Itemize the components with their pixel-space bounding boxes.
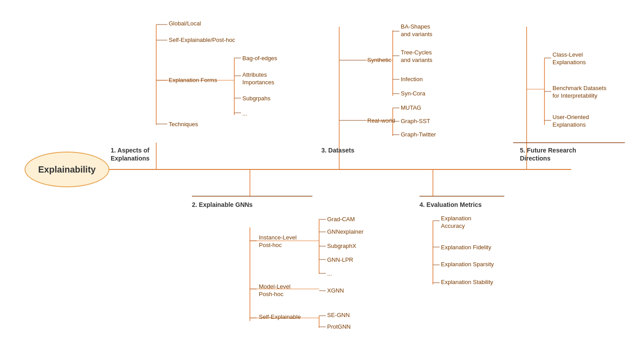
s4-explanation-sparsity: Explanation Sparsity: [441, 261, 494, 268]
s3-graph-sst: Graph-SST: [401, 118, 430, 125]
s3-tree-cycles: Tree-Cyclesand variants: [401, 49, 432, 64]
central-node: Explainability: [25, 152, 109, 187]
s1-subgrpahs: Subgrpahs: [242, 95, 270, 103]
s2-gnn-lpr: GNN-LPR: [327, 256, 353, 264]
s3-infection: Infection: [401, 76, 423, 83]
section2-title: 2. Explainable GNNs: [192, 201, 253, 209]
s1-global-local: Global/Local: [169, 20, 201, 28]
s1-explanation-forms: Explanation Forms: [169, 77, 217, 84]
s2-grad-cam: Grad-CAM: [327, 216, 355, 223]
s1-techniques: Techniques: [169, 121, 198, 128]
s2-protgnn: ProtGNN: [327, 323, 351, 331]
s2-instance-level: Instance-LevelPost-hoc: [259, 234, 297, 249]
s2-subgraphx: SubgraphX: [327, 243, 356, 250]
s4-explanation-stability: Explanation Stability: [441, 279, 493, 286]
s4-explanation-fidelity: Explanation Fidelity: [441, 244, 491, 251]
s1-self-explainable: Self-Explainable/Post-hoc: [169, 37, 235, 44]
s1-bag-of-edges: Bag-of-edges: [242, 55, 277, 62]
section3-title: 3. Datasets: [321, 146, 354, 154]
s5-user-oriented: User-OrientedExplanations: [553, 114, 589, 129]
s2-model-level: Model-LevelPosh-hoc: [259, 283, 291, 298]
s2-ellipsis: ...: [327, 270, 332, 278]
section4-title: 4. Evaluation Metrics: [420, 201, 482, 209]
s3-synthetic: Synthetic: [367, 57, 391, 64]
s2-xgnn: XGNN: [327, 287, 344, 295]
s2-self-explainable: Self-Explainable: [259, 313, 301, 321]
s5-benchmark-datasets: Benchmark Datasetsfor Interpretability: [553, 85, 607, 100]
s3-ba-shapes: BA-Shapesand variants: [401, 23, 432, 38]
s3-graph-twitter: Graph-Twitter: [401, 131, 436, 139]
section5-title: 5. Future ResearchDirections: [520, 146, 576, 162]
mind-map-canvas: Explainability 1. Aspects ofExplanations…: [0, 0, 644, 338]
s5-class-level: Class-LevelExplanations: [553, 51, 586, 66]
s2-gnnexplainer: GNNexplainer: [327, 228, 364, 236]
s3-syn-cora: Syn-Cora: [401, 90, 425, 98]
section1-title: 1. Aspects ofExplanations: [111, 146, 150, 162]
s1-attributes-importances: AttributesImportances: [242, 71, 274, 87]
s3-mutag: MUTAG: [401, 104, 421, 112]
s2-se-gnn: SE-GNN: [327, 312, 350, 319]
central-node-label: Explainability: [38, 165, 96, 175]
s1-ellipsis: ...: [242, 110, 247, 118]
s4-explanation-accuracy: ExplanationAccuracy: [441, 215, 471, 230]
s3-real-world: Real-world: [367, 117, 395, 125]
